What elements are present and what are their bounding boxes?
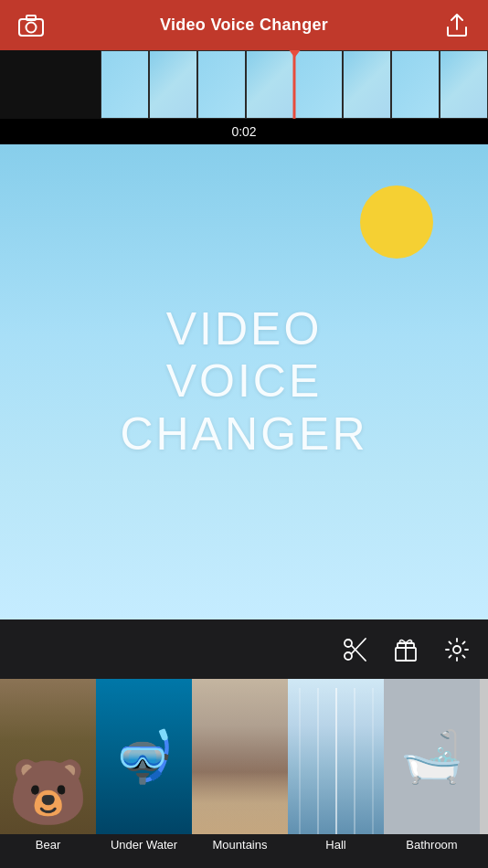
effects-strip: Bear Under Water Mountains Hall Bathroom… xyxy=(0,679,488,868)
playhead xyxy=(293,50,296,119)
timeline-frame xyxy=(149,50,197,119)
timeline-frame xyxy=(246,50,294,119)
effect-thumb-underwater xyxy=(96,679,192,834)
svg-rect-2 xyxy=(27,16,36,20)
svg-point-10 xyxy=(453,646,461,653)
scissors-button[interactable] xyxy=(342,637,367,662)
settings-button[interactable] xyxy=(444,637,470,662)
timeline-frame xyxy=(197,50,246,119)
effect-thumb-mountains xyxy=(192,679,288,834)
share-icon[interactable] xyxy=(440,9,473,42)
effect-thumb-bear xyxy=(0,679,96,834)
effect-underwater[interactable]: Under Water xyxy=(96,679,192,868)
timeline-pad xyxy=(0,50,101,119)
effect-ghost[interactable]: Ghos xyxy=(480,679,488,868)
effect-bathroom[interactable]: Bathroom xyxy=(384,679,480,868)
effect-label-mountains: Mountains xyxy=(213,838,268,852)
timeline-frame xyxy=(294,50,343,119)
effect-thumb-ghost xyxy=(480,679,488,834)
effect-bear[interactable]: Bear xyxy=(0,679,96,868)
timeline-frame xyxy=(391,50,440,119)
toolbar xyxy=(0,619,488,679)
timestamp: 0:02 xyxy=(231,124,256,139)
effect-thumb-bathroom xyxy=(384,679,480,834)
video-preview: VIDEO VOICE CHANGER xyxy=(0,144,488,619)
video-title: VIDEO VOICE CHANGER xyxy=(120,303,367,461)
video-title-line-3: CHANGER xyxy=(120,408,367,461)
svg-point-1 xyxy=(27,22,37,32)
app-header: Video Voice Changer xyxy=(0,0,488,50)
timestamp-bar: 0:02 xyxy=(0,119,488,144)
effect-thumb-hall xyxy=(288,679,384,834)
timeline-frame xyxy=(101,50,149,119)
effect-label-underwater: Under Water xyxy=(111,838,177,852)
page-title: Video Voice Changer xyxy=(160,16,328,35)
effect-label-hall: Hall xyxy=(325,838,345,852)
timeline-frames xyxy=(101,50,488,119)
svg-line-5 xyxy=(352,645,366,661)
effect-mountains[interactable]: Mountains xyxy=(192,679,288,868)
svg-line-6 xyxy=(352,639,366,654)
effect-label-bathroom: Bathroom xyxy=(406,838,457,852)
gift-button[interactable] xyxy=(393,637,419,662)
video-title-line-2: VOICE xyxy=(120,355,367,408)
timeline-frame xyxy=(343,50,391,119)
timeline-strip[interactable] xyxy=(0,50,488,119)
video-title-line-1: VIDEO xyxy=(120,303,367,356)
timeline-frame xyxy=(440,50,488,119)
camera-icon[interactable] xyxy=(15,9,48,42)
effect-label-bear: Bear xyxy=(36,838,60,852)
effect-hall[interactable]: Hall xyxy=(288,679,384,868)
sun-decoration xyxy=(360,185,433,259)
